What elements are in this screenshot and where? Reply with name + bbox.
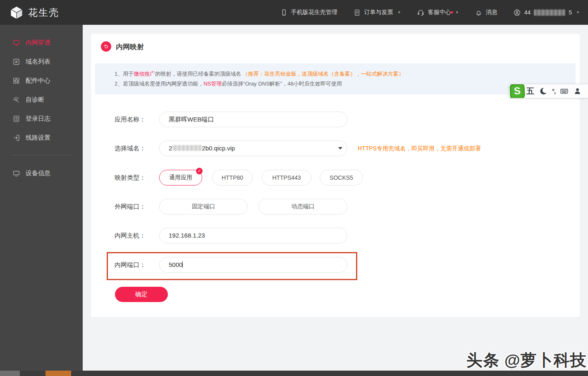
map-type-label: 映射类型： [115, 170, 146, 186]
cube-logo-icon [9, 5, 24, 20]
censored-domain-part [172, 145, 202, 151]
censored-account-number [534, 10, 565, 16]
https-domain-hint: HTTPS专用壳域名，即买即用，无需开通或部署 [358, 140, 481, 156]
app-name-value: 黑群晖WEB端口 [169, 116, 214, 123]
account-number-suffix: 5 [569, 9, 572, 16]
sidebar-item-label: 内网穿透 [26, 39, 50, 47]
sidebar-item-intranet-penetration[interactable]: 内网穿透 [0, 33, 83, 52]
domain-select[interactable]: 22b0.qicp.vip [159, 140, 347, 156]
nav-messages-label: 消息 [486, 9, 497, 16]
notice-highlight-red[interactable]: NS管理 [203, 81, 222, 87]
map-type-option-https443[interactable]: HTTPS443 [262, 170, 311, 186]
sogou-logo-icon[interactable]: S [509, 84, 525, 98]
ime-keyboard-icon[interactable] [560, 87, 569, 95]
sidebar-item-self-diagnosis[interactable]: 自诊断 [0, 90, 83, 109]
notice-promo-link[interactable]: （推荐：花生壳铂金版，送顶级域名（含备案），一站式解决方案） [243, 71, 404, 77]
notice-number: 2、 [115, 81, 123, 87]
chevron-down-icon: ▼ [397, 10, 401, 14]
nav-orders-label: 订单与发票 [364, 9, 393, 16]
nav-orders-invoices[interactable]: 订单与发票 ▼ [353, 9, 401, 17]
log-document-icon [12, 115, 20, 123]
internal-port-label: 内网端口： [115, 257, 146, 273]
bell-icon [475, 9, 483, 17]
top-nav-menu: 手机版花生壳管理 订单与发票 ▼ 客服中心 ▼ 消息 445 ▼ [280, 9, 580, 17]
sidebar-item-accessories-center[interactable]: 配件中心 [0, 71, 83, 90]
sidebar-item-label: 域名列表 [26, 58, 50, 66]
notice-number: 1、 [115, 71, 123, 77]
nav-account[interactable]: 445 ▼ [513, 9, 580, 17]
notice-text: 的映射，请使用已经备案的顶级域名 [155, 71, 243, 77]
grid-parts-icon [12, 77, 20, 85]
notification-dot [451, 11, 453, 14]
ime-punctuation-mode[interactable]: °, [552, 88, 555, 95]
external-port-option-fixed[interactable]: 固定端口 [159, 199, 248, 214]
ime-user-icon[interactable] [573, 87, 582, 95]
form-row-app-name: 应用名称： 黑群晖WEB端口 [91, 112, 580, 127]
option-label: HTTPS443 [272, 174, 301, 181]
app-window: 花生壳 手机版花生壳管理 订单与发票 ▼ 客服中心 ▼ 消息 [0, 0, 588, 376]
selected-check-icon: ✓ [196, 168, 203, 174]
sidebar-item-label: 线路设置 [26, 134, 50, 142]
sidebar-item-label: 配件中心 [26, 77, 50, 85]
confirm-button[interactable]: 确定 [115, 287, 168, 302]
form-row-internal-host: 内网主机： 192.168.1.23 [91, 228, 580, 243]
sidebar-item-device-info[interactable]: 设备信息 [0, 164, 83, 183]
notice-line-1: 1、用于微信推广的映射，请使用已经备案的顶级域名 （推荐：花生壳铂金版，送顶级域… [115, 69, 576, 79]
text-caret [182, 261, 183, 268]
brand-logo[interactable]: 花生壳 [9, 5, 59, 20]
ime-wrench-icon[interactable] [586, 87, 588, 95]
ime-mode-wubi[interactable]: 五 [526, 86, 534, 97]
mobile-phone-icon [280, 9, 288, 17]
nav-support-center[interactable]: 客服中心 ▼ [417, 9, 459, 17]
bottom-bar-segment-gray [0, 371, 20, 376]
option-label: HTTP80 [222, 174, 243, 181]
notice-text: 必须选择“Oray DNS解析”，48小时后生效即可使用 [222, 81, 342, 87]
sidebar-divider [12, 155, 71, 155]
domain-value-suffix: 2b0.qicp.vip [202, 145, 235, 152]
chevron-down-icon: ▼ [455, 10, 459, 14]
form-row-external-port: 外网端口： 固定端口 动态端口 [91, 199, 580, 214]
sidebar-item-domain-list[interactable]: 域名列表 [0, 52, 83, 71]
notice-line-2: 2、若顶级域名需使用内网穿透功能，NS管理必须选择“Oray DNS解析”，48… [115, 79, 576, 89]
chevron-down-icon: ▼ [576, 10, 580, 14]
account-number-prefix: 44 [524, 9, 531, 16]
domain-value-prefix: 2 [169, 145, 172, 152]
ime-fullwidth-moon-icon[interactable] [539, 87, 547, 95]
internal-port-input[interactable]: 5000 [159, 257, 347, 273]
option-label: 固定端口 [192, 203, 215, 210]
nav-mobile-admin[interactable]: 手机版花生壳管理 [280, 9, 337, 17]
internal-host-label: 内网主机： [115, 228, 146, 243]
mapping-form-card: 内网映射 1、用于微信推广的映射，请使用已经备案的顶级域名 （推荐：花生壳铂金版… [91, 34, 580, 317]
device-monitor-icon [12, 169, 20, 177]
form-row-domain: 选择域名： 22b0.qicp.vip HTTPS专用壳域名，即买即用，无需开通… [91, 140, 580, 156]
watermark-text: 头条 @萝卜科技 [466, 349, 587, 371]
sidebar-item-label: 登录日志 [26, 115, 50, 123]
notice-text: 若顶级域名需使用内网穿透功能， [123, 81, 203, 87]
back-button[interactable] [101, 41, 111, 52]
sidebar-item-route-settings[interactable]: 线路设置 [0, 128, 83, 147]
route-arrow-icon [12, 134, 20, 142]
external-port-option-dynamic[interactable]: 动态端口 [258, 199, 347, 214]
sidebar-item-login-log[interactable]: 登录日志 [0, 109, 83, 128]
app-name-input[interactable]: 黑群晖WEB端口 [159, 112, 347, 127]
main-content: 内网映射 1、用于微信推广的映射，请使用已经备案的顶级域名 （推荐：花生壳铂金版… [83, 25, 588, 371]
radar-diagnose-icon [12, 96, 20, 104]
notice-highlight-red[interactable]: 微信推广 [134, 71, 155, 77]
external-port-label: 外网端口： [115, 199, 146, 214]
sidebar: 内网穿透 域名列表 配件中心 自诊断 登录日志 线路设置 设备信息 [0, 25, 83, 371]
nav-support-label: 客服中心 [428, 9, 451, 16]
user-icon [513, 9, 521, 17]
nav-mobile-admin-label: 手机版花生壳管理 [291, 9, 337, 16]
headset-icon [417, 9, 425, 17]
form-row-internal-port: 内网端口： 5000 [91, 257, 580, 273]
map-type-option-socks5[interactable]: SOCKS5 [320, 170, 363, 186]
ime-toolbar: S 五 °, [509, 84, 588, 98]
internal-host-input[interactable]: 192.168.1.23 [159, 228, 347, 243]
page-title: 内网映射 [116, 42, 144, 52]
map-type-option-general[interactable]: 通用应用 ✓ [159, 170, 202, 186]
domain-label: 选择域名： [115, 140, 146, 156]
select-caret-icon[interactable] [338, 147, 342, 150]
invoice-icon [353, 9, 361, 17]
map-type-option-http80[interactable]: HTTP80 [212, 170, 253, 186]
nav-messages[interactable]: 消息 [475, 9, 497, 17]
